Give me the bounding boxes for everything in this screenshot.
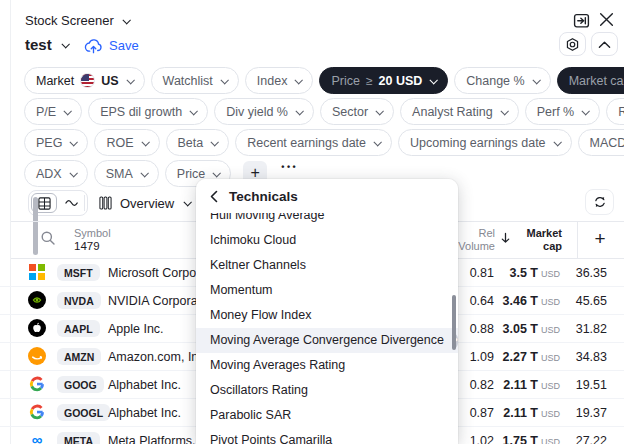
market-cap-value: 2.27 TUSD — [465, 350, 560, 364]
market-cap-value: 2.11 TUSD — [465, 406, 560, 420]
filter-chip-revenue-growth[interactable]: Revenue growth — [606, 98, 624, 125]
filter-chip-peg[interactable]: PEG — [24, 129, 88, 156]
ticker-badge: GOOG — [57, 376, 104, 393]
saved-screen-selector[interactable]: test — [25, 36, 68, 53]
filter-row-3: PEG ROE Beta Recent earnings date Upcomi… — [24, 129, 624, 156]
screener-title-menu[interactable]: Stock Screener — [25, 13, 129, 28]
filter-chip-analyst-rating[interactable]: Analyst Rating — [400, 98, 519, 125]
market-cap-value: 3.46 TUSD — [465, 294, 560, 308]
pe-value: 27.22 — [559, 434, 607, 444]
filter-chip-macd[interactable]: MACD — [578, 129, 624, 156]
stock-screener-window: Stock Screener test Save — [0, 0, 624, 444]
filter-chip-beta[interactable]: Beta — [166, 129, 230, 156]
filter-chip-watchlist[interactable]: Watchlist — [151, 67, 239, 94]
chevron-down-icon — [70, 138, 78, 146]
filter-chip-market[interactable]: Market US — [24, 67, 145, 94]
sort-descending-icon[interactable] — [500, 232, 511, 244]
us-flag-icon — [80, 73, 95, 88]
ticker-badge: AAPL — [57, 320, 100, 337]
chevron-down-icon — [376, 107, 384, 115]
ticker-badge: GOOGL — [57, 404, 110, 421]
chevron-down-icon — [500, 107, 508, 115]
ellipsis-icon: ••• — [281, 162, 298, 172]
filter-row-1: Market US Watchlist Index Price ≥ 20 USD… — [24, 67, 624, 94]
technicals-back-button[interactable]: Technicals — [196, 179, 458, 213]
chevron-down-icon — [532, 76, 540, 84]
apple-logo-icon — [28, 319, 46, 337]
market-cap-value: 1.75 TUSD — [465, 434, 560, 444]
filter-chip-div-yield[interactable]: Div yield % — [214, 98, 314, 125]
refresh-button[interactable] — [585, 189, 614, 215]
filter-chip-sma-2[interactable]: SMA — [94, 160, 159, 187]
chevron-down-icon — [64, 107, 72, 115]
dropdown-item-moving-averages-rating[interactable]: Moving Averages Rating — [196, 353, 458, 378]
pe-value: 36.35 — [559, 266, 607, 280]
chevron-down-icon — [211, 138, 219, 146]
symbol-column-header[interactable]: Symbol 1479 — [74, 227, 111, 253]
chevron-down-icon — [122, 16, 130, 24]
pe-value: 19.37 — [559, 406, 607, 420]
dropdown-item-pivot-points-camarilla[interactable]: Pivot Points Camarilla — [196, 428, 458, 444]
market-cap-column-header[interactable]: Market cap — [512, 227, 562, 253]
filter-chip-sector[interactable]: Sector — [320, 98, 394, 125]
chevron-down-icon — [295, 76, 303, 84]
chart-view-button[interactable] — [59, 193, 85, 213]
panel-scrollbar[interactable] — [452, 295, 456, 350]
popout-button[interactable] — [572, 11, 591, 30]
chevron-down-icon — [140, 169, 148, 177]
chevron-down-icon — [374, 138, 382, 146]
technicals-dropdown-panel: Technicals Hull Moving Average Ichimoku … — [196, 179, 458, 444]
panel-title: Technicals — [229, 189, 298, 204]
filter-chip-recent-earnings[interactable]: Recent earnings date — [235, 129, 392, 156]
filter-chip-change[interactable]: Change % — [454, 67, 550, 94]
column-divider — [577, 222, 578, 258]
chevron-down-icon — [126, 76, 134, 84]
chevron-down-icon — [61, 40, 69, 48]
market-cap-value: 3.5 TUSD — [465, 266, 560, 280]
close-button[interactable] — [597, 10, 616, 29]
chevron-down-icon — [430, 76, 438, 84]
ticker-badge: META — [57, 432, 100, 444]
chevron-down-icon — [553, 138, 561, 146]
microsoft-logo-icon — [28, 263, 46, 281]
save-button[interactable]: Save — [84, 37, 139, 54]
column-preset-selector[interactable]: Overview — [99, 190, 190, 216]
filter-chip-perf[interactable]: Perf % — [525, 98, 601, 125]
dropdown-item-oscillators-rating[interactable]: Oscillators Rating — [196, 378, 458, 403]
filter-chip-adx[interactable]: ADX — [24, 160, 88, 187]
chevron-down-icon — [190, 107, 198, 115]
chevron-down-icon — [184, 198, 192, 206]
dropdown-item-momentum[interactable]: Momentum — [196, 278, 458, 303]
dropdown-item-keltner-channels[interactable]: Keltner Channels — [196, 253, 458, 278]
company-name: Apple Inc. — [108, 322, 164, 336]
popout-icon — [573, 12, 590, 29]
chevron-down-icon — [69, 169, 77, 177]
screen-name-label: test — [25, 36, 52, 53]
line-chart-icon — [65, 198, 80, 208]
plus-icon: + — [594, 228, 605, 250]
collapse-button[interactable] — [591, 32, 618, 56]
chevron-down-icon — [582, 107, 590, 115]
filter-chip-market-cap[interactable]: Market cap ≥ 10 B USD — [557, 67, 624, 94]
chevron-down-icon — [141, 138, 149, 146]
settings-button[interactable] — [559, 32, 586, 56]
symbol-search-button[interactable] — [40, 230, 56, 246]
symbol-header-label: Symbol — [74, 227, 111, 240]
market-cap-value: 3.05 TUSD — [465, 322, 560, 336]
filter-chip-pe[interactable]: P/E — [24, 98, 82, 125]
google-logo-icon — [28, 403, 46, 421]
add-column-button[interactable]: + — [587, 225, 613, 253]
filter-chip-index[interactable]: Index — [245, 67, 314, 94]
filter-chip-roe[interactable]: ROE — [94, 129, 159, 156]
toolbar-divider — [84, 195, 85, 211]
dropdown-item-ichimoku-cloud[interactable]: Ichimoku Cloud — [196, 228, 458, 253]
dropdown-item-parabolic-sar[interactable]: Parabolic SAR — [196, 403, 458, 428]
dropdown-item-money-flow-index[interactable]: Money Flow Index — [196, 303, 458, 328]
filter-chip-eps-dil-growth[interactable]: EPS dil growth — [88, 98, 208, 125]
dropdown-item-macd[interactable]: Moving Average Convergence Divergence ? — [196, 328, 458, 353]
filter-chip-price[interactable]: Price ≥ 20 USD — [319, 67, 448, 94]
filter-chip-upcoming-earnings[interactable]: Upcoming earnings date — [398, 129, 572, 156]
company-name: Alphabet Inc. — [108, 378, 181, 392]
symbol-count: 1479 — [74, 240, 111, 253]
preset-label: Overview — [120, 196, 174, 211]
